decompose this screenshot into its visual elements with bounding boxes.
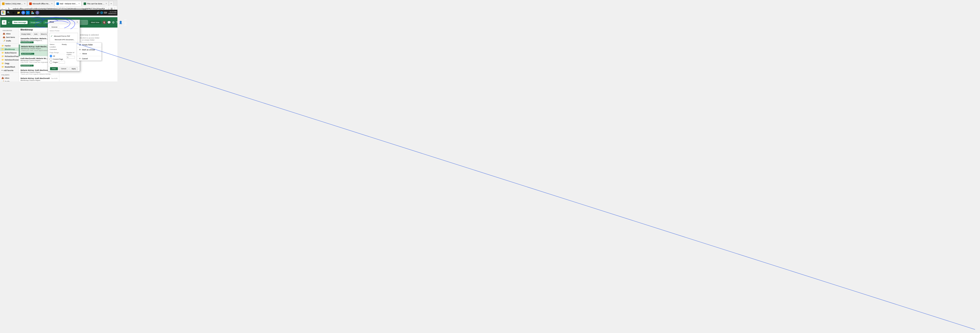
tab-3-title: Mail - Melanie McKay - Outlook: [60, 3, 78, 5]
sidebar-item-nicholson[interactable]: 📁 Nicholson/Koowortha: [0, 58, 19, 62]
sidebar-item-dagg[interactable]: 📁 Dagg: [0, 62, 19, 65]
pages-input[interactable]: [59, 61, 65, 63]
sidebar-item-sent-fav[interactable]: 📤 Sent Items: [2, 35, 18, 39]
chrome-icon[interactable]: ●: [21, 11, 25, 14]
printer-row-0[interactable]: ✓ Microsoft Print to PDF: [51, 34, 77, 38]
tab-3-close[interactable]: ×: [78, 3, 80, 5]
tab-4-close[interactable]: ×: [106, 3, 107, 5]
chat-icon[interactable]: 💬: [107, 21, 111, 24]
file-explorer-icon[interactable]: 📁: [16, 11, 21, 15]
task-view-icon[interactable]: ⊞: [11, 11, 16, 15]
teams-icon[interactable]: T: [35, 11, 39, 14]
move-ctx-icon: →: [79, 52, 81, 55]
sidebar-item-drafts-fav[interactable]: 📝 Drafts: [2, 39, 18, 43]
taskbar-clock: 11:12 AM 09/06/2021: [108, 11, 116, 14]
sidebar-item-drafts[interactable]: 📝 Drafts: [0, 80, 19, 81]
email-item-4[interactable]: Melanie McKay: Kath MacDonald Tue 6:05 B…: [19, 76, 59, 81]
current-page-radio[interactable]: Current Page: [49, 58, 65, 60]
tab-2-title: Microsoft Office Home: [33, 3, 51, 5]
sidebar-item-inbox[interactable]: 📥 Inbox: [0, 76, 19, 80]
sidebar-item-beatie[interactable]: 📁 Beatie/Black: [0, 65, 19, 68]
start-button[interactable]: [1, 10, 6, 15]
sidebar-item-bolton[interactable]: 📁 Bolton/Warren: [0, 51, 19, 54]
copies-input[interactable]: [67, 56, 75, 59]
context-item-mark-unread[interactable]: ✉ Mark as unread: [77, 48, 102, 52]
outlook-taskbar-icon[interactable]: O: [26, 11, 30, 14]
tab-4-title: This can't be done.reach mail...: [87, 3, 105, 5]
settings-icon[interactable]: ⚙: [112, 21, 115, 24]
taskbar-right: 🔊 🌐 ⌨ 11:12 AM 09/06/2021: [97, 11, 116, 14]
printer-name-1: Microsoft XPS Document...: [55, 39, 75, 41]
user-icon[interactable]: 👤: [119, 21, 123, 24]
network-tray-icon[interactable]: 🌐: [100, 11, 103, 14]
sidebar-favorites-section: Favorites 📥 Inbox 📤 Sent Items 📝 Drafts: [0, 29, 19, 43]
printer-selection-section: Select Printer ✓ Microsoft Print to PDF …: [49, 30, 78, 42]
context-item-empty-folder[interactable]: 🗑 Empty folder: [77, 43, 102, 47]
printer-list[interactable]: ✓ Microsoft Print to PDF Microsoft XPS D…: [49, 33, 78, 42]
sidebar-item-blenkinsop[interactable]: 📁 Blenkinsop: [0, 48, 19, 51]
context-item-move[interactable]: → Move: [77, 52, 102, 56]
sidebar-add-favorite[interactable]: + Add favorite: [0, 68, 19, 72]
pages-radio[interactable]: Pages: [49, 61, 65, 63]
tray-icons: 🔊 🌐 ⌨: [97, 11, 107, 14]
tab-2[interactable]: Microsoft Office Home ×: [27, 1, 54, 6]
tab-3-favicon: [56, 3, 59, 5]
inbox-fav-icon: 📥: [3, 33, 5, 35]
cancel-print-button[interactable]: Cancel: [59, 67, 68, 70]
status-value: Ready: [62, 43, 78, 45]
drafts-fav-icon: 📝: [3, 40, 5, 42]
new-message-button[interactable]: New message: [12, 21, 28, 24]
page-range-section: Page Range All Current Page Pages: [49, 52, 65, 63]
tab-3[interactable]: Mail - Melanie McKay - Outlook ×: [54, 1, 81, 6]
new-tab-btn[interactable]: +: [109, 1, 113, 6]
email-sender-1: Melanie McKay: Kath MacDo...: [21, 46, 48, 48]
page-range-options: All Current Page Pages: [49, 55, 65, 63]
tab-1-close[interactable]: ×: [24, 3, 25, 5]
svg-rect-3: [3, 13, 4, 14]
junk-tool[interactable]: Junk: [33, 33, 39, 36]
svg-rect-1: [3, 11, 4, 13]
printer-name-0: Microsoft Print to PDF: [54, 35, 70, 37]
email-date-4: Tue 6:05: [51, 78, 57, 79]
print-dialog-footer: Print Cancel Apply: [48, 66, 80, 71]
empty-folder-tool[interactable]: Empty folder: [20, 33, 32, 36]
keyboard-tray-icon[interactable]: ⌨: [104, 11, 107, 14]
sidebar-item-richardson[interactable]: 📁 Richardson/Pearce: [0, 54, 19, 58]
empty-folder-button[interactable]: Empty folder: [29, 21, 41, 24]
help-icon[interactable]: ?: [116, 21, 118, 24]
email-sender-3: Melanie McKay: Kath MacDonald: [21, 69, 50, 71]
search-taskbar-icon[interactable]: 🔍: [6, 11, 11, 15]
volume-tray-icon[interactable]: 🔊: [97, 11, 100, 14]
annotation-line: [0, 0, 980, 333]
svg-rect-0: [2, 11, 3, 13]
printer-row-1[interactable]: Microsoft XPS Document...: [51, 38, 77, 41]
email-subject-4: Blenkinsop Closure Report: [21, 79, 57, 81]
print-tabs: General: [49, 25, 78, 29]
folders-title: Folders: [0, 73, 19, 76]
all-pages-radio[interactable]: All: [49, 55, 65, 57]
move-to-tool[interactable]: Move to: [40, 33, 48, 36]
tab-4[interactable]: This can't be done.reach mail... ×: [82, 1, 109, 6]
browser-window: Notice | OGQ Internet × Microsoft Office…: [0, 0, 117, 16]
print-tab-general[interactable]: General: [49, 25, 59, 29]
apply-print-button[interactable]: Apply: [69, 67, 78, 70]
print-button[interactable]: Print: [50, 67, 58, 70]
ribbon-info: Jun - 5% ~38 min: [124, 19, 127, 26]
outlook-logo: O: [2, 20, 6, 25]
context-item-cancel[interactable]: ✕ Cancel: [77, 57, 102, 60]
store-icon[interactable]: 🏪: [30, 11, 35, 15]
mute-icon[interactable]: 🔇: [102, 21, 106, 24]
sidebar-item-inbox-fav[interactable]: 📥 Inbox: [2, 32, 18, 35]
printer-info-section: Status: Ready Location Comment: [49, 43, 78, 50]
sent-fav-icon: 📤: [3, 36, 5, 38]
empty-folder-ctx-icon: 🗑: [79, 43, 81, 46]
print-dialog-close[interactable]: ×: [77, 21, 78, 23]
sidebar-item-hanlon[interactable]: 📁 Hanlon: [0, 44, 19, 48]
print-dialog-body: General Select Printer ✓ Microsoft Print…: [48, 24, 80, 66]
meet-now-button[interactable]: Meet Now: [89, 21, 101, 24]
tab-1[interactable]: Notice | OGQ Internet ×: [0, 1, 27, 6]
tab-2-close[interactable]: ×: [51, 3, 52, 5]
copies-label: Number of copies:: [67, 52, 78, 56]
nav-icon-left[interactable]: ≡: [8, 21, 10, 24]
page-range-title: Page Range: [49, 52, 65, 54]
